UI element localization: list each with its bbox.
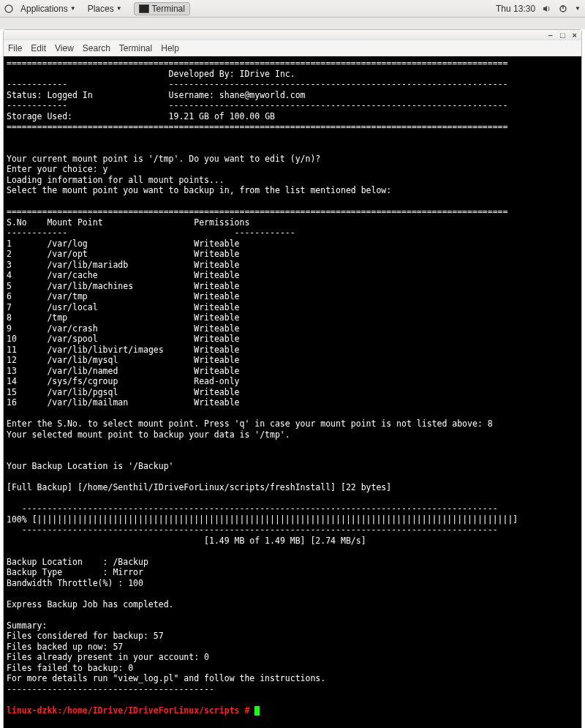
loading-msg: Loading information for all mount points… (7, 175, 224, 185)
applications-menu[interactable]: Applications ▼ (16, 2, 80, 15)
row-perm: Writeable (194, 387, 239, 397)
places-menu[interactable]: Places ▼ (83, 2, 127, 15)
summary-line: Files considered for backup: 57 (7, 631, 164, 641)
window-titlebar[interactable]: – □ × (4, 30, 581, 40)
cursor-icon (254, 706, 260, 716)
summary-line: For more details run "view_log.pl" and f… (7, 673, 325, 683)
row-path: /tmp (47, 312, 67, 323)
row-perm: Writeable (194, 302, 239, 312)
row-n: 1 (7, 239, 12, 249)
row-path: /var/lib/mariadb (47, 260, 128, 270)
row-path: /var/lib/machines (47, 281, 133, 291)
divider: ----------------------------------------… (7, 503, 498, 514)
menu-edit[interactable]: Edit (31, 43, 46, 53)
volume-icon[interactable] (543, 4, 551, 13)
row-path: /var/cache (47, 270, 97, 280)
row-path: /var/opt (47, 249, 87, 259)
full-backup-line: [Full Backup] [/home/Senthil/IDriveForLi… (7, 482, 391, 492)
row-perm: Writeable (194, 345, 239, 355)
summary-backup-type: Backup Type : Mirror (7, 567, 143, 577)
row-path: /var/lib/mysql (47, 355, 118, 365)
summary-line: Files backed up now: 57 (7, 642, 123, 652)
panel-clock[interactable]: Thu 13:30 (496, 4, 535, 14)
gnome-top-panel: Applications ▼ Places ▼ Terminal Thu 13:… (0, 0, 585, 18)
th-mp: Mount Point (47, 217, 102, 228)
divider: ----------------------------------------… (7, 684, 214, 694)
svg-point-0 (5, 5, 12, 12)
row-n: 16 (7, 397, 17, 408)
menu-help[interactable]: Help (161, 43, 179, 53)
summary-line: Files already present in your account: 0 (7, 652, 209, 662)
maximize-button[interactable]: □ (560, 31, 565, 40)
divider: ========================================… (7, 121, 507, 132)
terminal-viewport[interactable]: ========================================… (4, 56, 581, 728)
row-path: /usr/local (47, 302, 97, 312)
row-perm: Writeable (194, 281, 239, 291)
row-perm: Read-only (194, 376, 239, 386)
divider: ========================================… (7, 58, 507, 68)
developed-by: Developed By: IDrive Inc. (169, 69, 295, 79)
row-perm: Writeable (194, 239, 239, 249)
menu-view[interactable]: View (55, 43, 74, 53)
row-path: /var/log (47, 239, 87, 249)
divider: ------------ (7, 79, 67, 89)
row-n: 9 (7, 323, 12, 334)
taskbar-terminal[interactable]: Terminal (134, 2, 190, 15)
close-button[interactable]: × (573, 31, 577, 40)
row-n: 10 (7, 334, 17, 344)
summary-line: Files failed to backup: 0 (7, 663, 133, 673)
divider: ------------ (7, 100, 67, 110)
row-perm: Writeable (194, 323, 239, 334)
storage-value: 19.21 GB of 100.00 GB (169, 111, 275, 121)
row-path: /sys/fs/cgroup (47, 376, 118, 386)
status: Status: Logged In (7, 90, 93, 100)
row-n: 6 (7, 291, 12, 301)
row-n: 8 (7, 312, 12, 323)
terminal-menubar: File Edit View Search Terminal Help (4, 40, 581, 56)
select-instruction: Select the mount point you want to backu… (7, 185, 391, 195)
divider: ------------ (235, 228, 295, 238)
row-perm: Writeable (194, 355, 239, 365)
chevron-down-icon[interactable]: ▼ (575, 5, 581, 12)
row-path: /var/lib/mailman (47, 397, 128, 408)
chevron-down-icon: ▼ (116, 5, 122, 12)
enter-choice: Enter your choice: y (7, 164, 107, 174)
selected-mount: Your selected mount point to backup your… (7, 429, 290, 440)
row-n: 3 (7, 260, 12, 270)
row-n: 4 (7, 270, 12, 280)
divider: ----------------------------------------… (169, 100, 508, 110)
progress-stats: [1.49 MB of 1.49 MB] [2.74 MB/s] (204, 536, 366, 546)
terminal-window: – □ × File Edit View Search Terminal Hel… (3, 29, 582, 728)
row-perm: Writeable (194, 249, 239, 259)
divider: ========================================… (7, 206, 507, 217)
th-perm: Permissions (194, 217, 249, 228)
backup-location: Your Backup Location is '/Backup' (7, 461, 173, 471)
job-complete: Express Backup Job has completed. (7, 599, 173, 609)
row-path: /var/lib/libvirt/images (47, 345, 163, 355)
summary-bandwidth: Bandwidth Throttle(%) : 100 (7, 578, 143, 588)
row-n: 14 (7, 376, 17, 386)
mount-question: Your current mount point is '/tmp'. Do y… (7, 154, 320, 164)
row-n: 15 (7, 387, 17, 397)
th-sno: S.No (7, 217, 27, 228)
divider: ----------------------------------------… (169, 79, 508, 89)
summary-backup-location: Backup Location : /Backup (7, 557, 148, 567)
chevron-down-icon: ▼ (70, 5, 76, 12)
username: Username: shane@myworld.com (169, 90, 306, 100)
row-n: 13 (7, 366, 17, 376)
divider: ----------------------------------------… (7, 525, 498, 535)
row-path: /var/spool (47, 334, 97, 344)
row-perm: Writeable (194, 291, 239, 301)
menu-search[interactable]: Search (83, 43, 110, 53)
minimize-button[interactable]: – (548, 31, 553, 40)
progress-bar: [|||||||||||||||||||||||||||||||||||||||… (27, 514, 518, 525)
divider: ------------ (7, 228, 67, 238)
row-perm: Writeable (194, 366, 239, 376)
storage-label: Storage Used: (7, 111, 72, 121)
menu-terminal[interactable]: Terminal (119, 43, 152, 53)
terminal-icon (139, 4, 149, 13)
menu-file[interactable]: File (8, 43, 22, 53)
power-icon[interactable] (559, 4, 567, 13)
row-path: /var/lib/pgsql (47, 387, 118, 397)
row-path: /var/tmp (47, 291, 87, 301)
